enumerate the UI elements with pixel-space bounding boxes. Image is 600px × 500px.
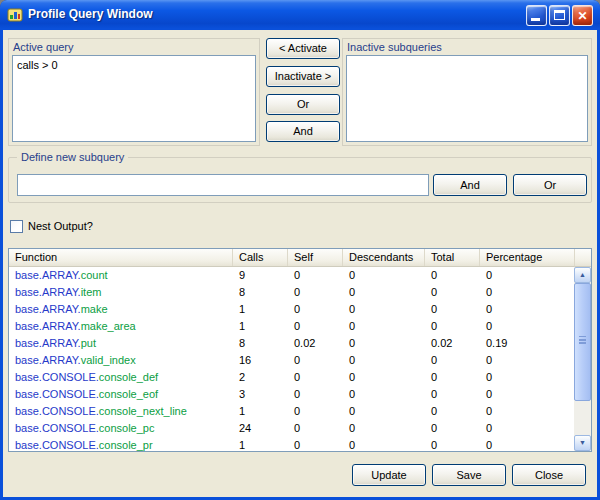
calls-cell: 1 <box>233 301 288 318</box>
table-row[interactable]: base.ARRAY.count 9 0 0 0 0 <box>9 267 576 284</box>
header-filler <box>574 249 591 267</box>
inactive-subqueries-list[interactable] <box>346 55 588 142</box>
percentage-cell: 0 <box>480 437 576 451</box>
descendants-cell: 0 <box>343 420 425 437</box>
table-row[interactable]: base.CONSOLE.console_next_line 1 0 0 0 0 <box>9 403 576 420</box>
table-row[interactable]: base.ARRAY.make 1 0 0 0 0 <box>9 301 576 318</box>
total-cell: 0 <box>425 284 480 301</box>
total-cell: 0 <box>425 267 480 284</box>
scroll-up-button[interactable]: ▲ <box>574 267 591 283</box>
table-header: Function Calls Self Descendants Total Pe… <box>9 249 576 267</box>
total-cell: 0.02 <box>425 335 480 352</box>
column-header-percentage[interactable]: Percentage <box>480 249 576 266</box>
function-cell: base.ARRAY.make <box>9 301 233 318</box>
update-button[interactable]: Update <box>352 464 426 486</box>
column-header-self[interactable]: Self <box>288 249 343 266</box>
self-cell: 0 <box>288 437 343 451</box>
cluster-name: base. <box>15 422 42 434</box>
percentage-cell: 0 <box>480 386 576 403</box>
total-cell: 0 <box>425 420 480 437</box>
active-query-label: Active query <box>13 41 74 53</box>
table-row[interactable]: base.CONSOLE.console_def 2 0 0 0 0 <box>9 369 576 386</box>
table-row[interactable]: base.ARRAY.item 8 0 0 0 0 <box>9 284 576 301</box>
profile-results-table: Function Calls Self Descendants Total Pe… <box>8 248 592 452</box>
column-header-descendants[interactable]: Descendants <box>343 249 425 266</box>
self-cell: 0 <box>288 369 343 386</box>
maximize-button[interactable] <box>549 5 570 26</box>
subquery-and-button[interactable]: And <box>433 174 507 196</box>
column-header-total[interactable]: Total <box>425 249 480 266</box>
calls-cell: 16 <box>233 352 288 369</box>
maximize-icon <box>554 10 565 20</box>
total-cell: 0 <box>425 301 480 318</box>
function-cell: base.CONSOLE.console_def <box>9 369 233 386</box>
self-cell: 0 <box>288 284 343 301</box>
total-cell: 0 <box>425 386 480 403</box>
minimize-button[interactable] <box>526 5 547 26</box>
titlebar[interactable]: Profile Query Window ✕ <box>0 0 600 30</box>
table-row[interactable]: base.ARRAY.put 8 0.02 0 0.02 0.19 <box>9 335 576 352</box>
feature-name: console_def <box>99 371 158 383</box>
save-button[interactable]: Save <box>432 464 506 486</box>
table-row[interactable]: base.CONSOLE.console_pc 24 0 0 0 0 <box>9 420 576 437</box>
or-button[interactable]: Or <box>266 94 340 115</box>
feature-name: put <box>81 337 96 349</box>
class-name: CONSOLE. <box>42 405 99 417</box>
subquery-input[interactable] <box>17 174 429 196</box>
inactive-subqueries-group: Inactive subqueries <box>342 38 592 146</box>
define-subquery-label: Define new subquery <box>17 151 128 163</box>
self-cell: 0 <box>288 301 343 318</box>
calls-cell: 8 <box>233 284 288 301</box>
table-row[interactable]: base.CONSOLE.console_eof 3 0 0 0 0 <box>9 386 576 403</box>
calls-cell: 8 <box>233 335 288 352</box>
feature-name: console_pc <box>99 422 155 434</box>
function-cell: base.CONSOLE.console_pr <box>9 437 233 451</box>
close-dialog-button[interactable]: Close <box>512 464 586 486</box>
total-cell: 0 <box>425 369 480 386</box>
feature-name: make <box>81 303 108 315</box>
total-cell: 0 <box>425 352 480 369</box>
cluster-name: base. <box>15 320 42 332</box>
table-row[interactable]: base.ARRAY.valid_index 16 0 0 0 0 <box>9 352 576 369</box>
scrollbar-thumb[interactable] <box>574 283 591 401</box>
function-cell: base.CONSOLE.console_eof <box>9 386 233 403</box>
down-arrow-icon: ▼ <box>579 439 586 446</box>
cluster-name: base. <box>15 371 42 383</box>
feature-name: console_pr <box>99 439 153 451</box>
nest-output-label: Nest Output? <box>28 220 93 232</box>
active-query-list[interactable]: calls > 0 <box>12 55 256 142</box>
scroll-down-button[interactable]: ▼ <box>574 435 591 451</box>
self-cell: 0 <box>288 318 343 335</box>
inactivate-button[interactable]: Inactivate > <box>266 66 340 87</box>
class-name: CONSOLE. <box>42 439 99 451</box>
percentage-cell: 0 <box>480 369 576 386</box>
window-title: Profile Query Window <box>28 7 153 21</box>
calls-cell: 9 <box>233 267 288 284</box>
percentage-cell: 0.19 <box>480 335 576 352</box>
self-cell: 0 <box>288 386 343 403</box>
active-query-item[interactable]: calls > 0 <box>13 56 255 74</box>
activate-button[interactable]: < Activate <box>266 38 340 59</box>
function-cell: base.ARRAY.count <box>9 267 233 284</box>
descendants-cell: 0 <box>343 318 425 335</box>
cluster-name: base. <box>15 286 42 298</box>
class-name: CONSOLE. <box>42 388 99 400</box>
column-header-calls[interactable]: Calls <box>233 249 288 266</box>
table-row[interactable]: base.CONSOLE.console_pr 1 0 0 0 0 <box>9 437 576 451</box>
nest-output-checkbox[interactable] <box>10 220 23 233</box>
table-row[interactable]: base.ARRAY.make_area 1 0 0 0 0 <box>9 318 576 335</box>
column-header-function[interactable]: Function <box>9 249 233 266</box>
self-cell: 0 <box>288 420 343 437</box>
app-icon <box>7 7 23 23</box>
and-button[interactable]: And <box>266 121 340 142</box>
scrollbar-track[interactable]: ▲ ▼ <box>574 267 591 451</box>
percentage-cell: 0 <box>480 284 576 301</box>
cluster-name: base. <box>15 439 42 451</box>
feature-name: console_next_line <box>99 405 187 417</box>
percentage-cell: 0 <box>480 267 576 284</box>
subquery-or-button[interactable]: Or <box>513 174 587 196</box>
close-button[interactable]: ✕ <box>572 5 593 26</box>
cluster-name: base. <box>15 269 42 281</box>
calls-cell: 3 <box>233 386 288 403</box>
class-name: ARRAY. <box>42 286 81 298</box>
